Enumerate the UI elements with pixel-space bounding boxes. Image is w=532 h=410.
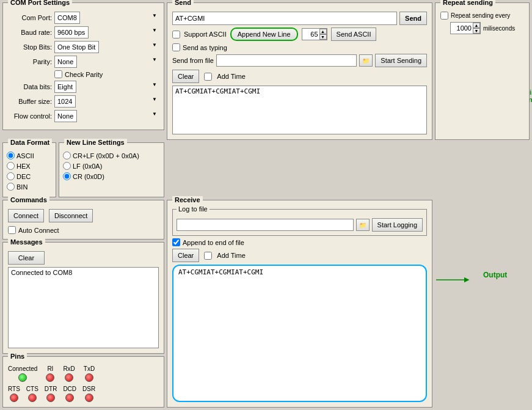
send-file-input[interactable] [216, 54, 357, 67]
send-textarea[interactable]: AT+CGMIAT+CGMIAT+CGMI [172, 86, 427, 134]
hex-label: HEX [16, 163, 31, 170]
send-from-file-label: Send from file [172, 57, 214, 64]
cts-pin: CTS [26, 386, 38, 402]
log-file-input[interactable] [177, 219, 354, 231]
add-time-receive-checkbox[interactable] [204, 252, 212, 260]
support-ascii-checkbox[interactable] [172, 31, 180, 38]
log-to-file-title: Log to file [177, 205, 210, 213]
messages-clear-button[interactable]: Clear [8, 251, 45, 265]
receive-title: Receive [172, 196, 203, 203]
add-time-receive-label: Add Time [217, 252, 245, 259]
ri-pin: RI [46, 365, 54, 382]
repeat-value-input[interactable] [451, 23, 473, 34]
com-port-panel: COM Port Settings Com Port: COM8 Baud ra… [2, 2, 164, 130]
send-ascii-button[interactable]: Send ASCII [331, 27, 377, 41]
commands-panel: Commands Connect Disconnect Auto Connect [2, 200, 164, 240]
disconnect-button[interactable]: Disconnect [49, 209, 93, 222]
start-sending-button[interactable]: Start Sending [375, 54, 427, 67]
baud-rate-label: Baud rate: [8, 29, 52, 36]
append-to-end-checkbox[interactable] [172, 238, 180, 246]
repeat-down-btn[interactable]: ▼ [473, 28, 480, 34]
repeat-sending-title: Repeat sending [440, 0, 495, 6]
send-title: Send [172, 0, 194, 6]
com-port-select[interactable]: COM8 [54, 12, 80, 24]
data-format-title: Data Format [8, 139, 52, 146]
stop-bits-select[interactable]: One Stop Bit [54, 41, 99, 53]
ascii-up-btn[interactable]: ▲ [319, 29, 327, 34]
ascii-value-input[interactable] [302, 29, 319, 40]
support-ascii-label: Support ASCII [184, 31, 227, 38]
log-to-file-panel: Log to file 📁 Start Logging [172, 209, 427, 236]
dtr-pin: DTR [45, 386, 57, 402]
repeat-sending-label: Repeat sending every [451, 12, 510, 19]
buffer-size-select[interactable]: 1024 [54, 95, 76, 108]
baud-rate-select[interactable]: 9600 bps [54, 26, 89, 38]
add-time-send-checkbox[interactable] [204, 73, 212, 81]
messages-textarea: Connected to COM8 [8, 267, 159, 348]
send-file-browse-button[interactable]: 📁 [359, 54, 373, 67]
hex-radio[interactable] [7, 162, 15, 170]
receive-textarea[interactable]: AT+CGMIAT+CGMIAT+CGMI [172, 265, 427, 402]
data-bits-select[interactable]: Eight [54, 81, 76, 93]
send-input[interactable] [172, 12, 397, 25]
crlf-label: CR+LF (0x0D + 0x0A) [73, 152, 139, 159]
stop-bits-label: Stop Bits: [8, 43, 52, 51]
connected-led [18, 373, 27, 382]
txd-led [85, 373, 93, 382]
parity-label: Parity: [8, 58, 52, 65]
receive-panel: Receive Log to file 📁 Start Logging Appe… [167, 200, 432, 408]
auto-connect-checkbox[interactable] [8, 226, 16, 234]
messages-title: Messages [8, 238, 45, 246]
data-bits-label: Data bits: [8, 83, 52, 90]
receive-clear-button[interactable]: Clear [172, 249, 199, 262]
bin-radio[interactable] [7, 183, 15, 191]
lf-radio[interactable] [63, 162, 71, 170]
dcd-pin: DCD [63, 386, 76, 402]
send-button[interactable]: Send [399, 12, 427, 25]
pins-title: Pins [8, 353, 27, 360]
parity-select[interactable]: None [54, 56, 77, 68]
ri-led [46, 373, 54, 382]
com-port-title: COM Port Settings [8, 0, 72, 6]
dsr-pin: DSR [82, 386, 95, 402]
send-as-typing-checkbox[interactable] [172, 43, 180, 51]
start-logging-button[interactable]: Start Logging [372, 218, 423, 232]
dec-radio[interactable] [7, 172, 15, 180]
bin-label: BIN [16, 183, 27, 191]
connect-button[interactable]: Connect [8, 209, 44, 222]
crlf-radio[interactable] [63, 152, 71, 159]
rts-led [10, 394, 18, 402]
check-parity-label: Check Parity [65, 71, 103, 78]
ascii-radio[interactable] [7, 152, 15, 159]
send-clear-button[interactable]: Clear [172, 70, 199, 83]
check-parity-checkbox[interactable] [54, 70, 62, 78]
cr-radio[interactable] [63, 172, 71, 180]
newline-title: New Line Settings [64, 139, 127, 146]
cts-led [28, 394, 37, 402]
ascii-down-btn[interactable]: ▼ [319, 34, 327, 40]
repeat-sending-checkbox[interactable] [440, 12, 448, 20]
rxd-led [65, 373, 73, 382]
log-file-browse-button[interactable]: 📁 [356, 219, 370, 231]
milliseconds-label: miliseconds [483, 25, 515, 32]
auto-connect-label: Auto Connect [18, 227, 59, 234]
send-as-typing-label: Send as typing [183, 44, 227, 51]
rts-pin: RTS [8, 386, 20, 402]
repeat-up-btn[interactable]: ▲ [473, 23, 480, 28]
ascii-label: ASCII [16, 152, 34, 159]
flow-control-label: Flow control: [8, 112, 52, 120]
lf-label: LF (0x0A) [73, 163, 102, 170]
append-to-end-label: Append to end of file [183, 239, 244, 246]
buffer-size-label: Buffer size: [8, 98, 52, 105]
add-time-send-label: Add Time [217, 73, 245, 80]
append-new-line-button[interactable]: Append New Line [230, 27, 298, 41]
newline-panel: New Line Settings CR+LF (0x0D + 0x0A) LF… [59, 142, 164, 197]
rxd-pin: RxD [63, 365, 75, 382]
send-panel: Send Send Support ASCII Append New Line [167, 2, 432, 140]
dsr-led [85, 394, 93, 402]
flow-control-select[interactable]: None [54, 110, 77, 122]
pins-panel: Pins Connected RI RxD TxD [2, 356, 164, 408]
dtr-led [46, 394, 55, 402]
dcd-led [65, 394, 74, 402]
data-format-panel: Data Format ASCII HEX DEC BIN [2, 142, 56, 197]
